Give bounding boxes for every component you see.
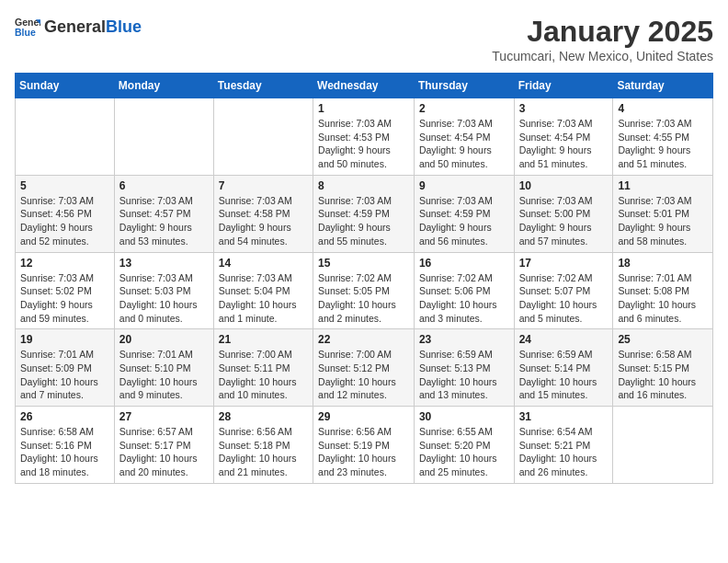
day-info: Sunrise: 7:03 AM Sunset: 4:57 PM Dayligh… [119, 194, 209, 248]
calendar-cell: 24Sunrise: 6:59 AM Sunset: 5:14 PM Dayli… [514, 329, 613, 407]
day-number: 17 [519, 257, 609, 270]
calendar-title: January 2025 [492, 15, 713, 49]
calendar-cell: 29Sunrise: 6:56 AM Sunset: 5:19 PM Dayli… [313, 407, 415, 484]
calendar-cell: 28Sunrise: 6:56 AM Sunset: 5:18 PM Dayli… [213, 407, 313, 484]
day-info: Sunrise: 6:55 AM Sunset: 5:20 PM Dayligh… [419, 425, 509, 479]
calendar-cell: 23Sunrise: 6:59 AM Sunset: 5:13 PM Dayli… [414, 329, 514, 407]
calendar-header-row: SundayMondayTuesdayWednesdayThursdayFrid… [16, 74, 713, 98]
day-number: 2 [419, 102, 509, 115]
logo-blue-text: Blue [106, 17, 142, 36]
day-info: Sunrise: 7:03 AM Sunset: 5:00 PM Dayligh… [519, 194, 609, 248]
day-number: 14 [219, 257, 308, 270]
calendar-cell: 3Sunrise: 7:03 AM Sunset: 4:54 PM Daylig… [514, 98, 613, 176]
day-info: Sunrise: 6:58 AM Sunset: 5:15 PM Dayligh… [618, 348, 708, 402]
day-number: 18 [618, 257, 708, 270]
calendar-cell: 31Sunrise: 6:54 AM Sunset: 5:21 PM Dayli… [514, 407, 613, 484]
day-info: Sunrise: 6:59 AM Sunset: 5:14 PM Dayligh… [519, 348, 609, 402]
day-info: Sunrise: 7:01 AM Sunset: 5:08 PM Dayligh… [618, 271, 708, 326]
day-number: 27 [119, 410, 209, 423]
day-number: 8 [318, 179, 409, 192]
calendar-week-4: 19Sunrise: 7:01 AM Sunset: 5:09 PM Dayli… [16, 329, 713, 407]
day-number: 19 [20, 333, 109, 346]
calendar-cell: 16Sunrise: 7:02 AM Sunset: 5:06 PM Dayli… [414, 252, 514, 329]
day-number: 6 [119, 179, 209, 192]
calendar-cell: 2Sunrise: 7:03 AM Sunset: 4:54 PM Daylig… [414, 98, 514, 176]
calendar-week-2: 5Sunrise: 7:03 AM Sunset: 4:56 PM Daylig… [16, 175, 713, 252]
calendar-week-3: 12Sunrise: 7:03 AM Sunset: 5:02 PM Dayli… [16, 252, 713, 329]
day-info: Sunrise: 7:00 AM Sunset: 5:12 PM Dayligh… [318, 348, 409, 402]
day-number: 3 [519, 102, 609, 115]
day-info: Sunrise: 7:03 AM Sunset: 4:56 PM Dayligh… [20, 194, 109, 248]
calendar-cell: 27Sunrise: 6:57 AM Sunset: 5:17 PM Dayli… [114, 407, 213, 484]
calendar-cell: 26Sunrise: 6:58 AM Sunset: 5:16 PM Dayli… [16, 407, 115, 484]
calendar-cell: 8Sunrise: 7:03 AM Sunset: 4:59 PM Daylig… [313, 175, 415, 252]
page-header: General Blue GeneralBlue January 2025 Tu… [15, 15, 713, 63]
day-number: 9 [419, 179, 509, 192]
calendar-table: SundayMondayTuesdayWednesdayThursdayFrid… [15, 73, 713, 484]
day-number: 11 [618, 179, 708, 192]
calendar-cell: 18Sunrise: 7:01 AM Sunset: 5:08 PM Dayli… [613, 252, 713, 329]
calendar-cell [213, 98, 313, 176]
svg-text:Blue: Blue [15, 27, 36, 38]
day-number: 7 [219, 179, 308, 192]
day-header-tuesday: Tuesday [213, 74, 313, 98]
day-number: 21 [219, 333, 308, 346]
day-info: Sunrise: 6:59 AM Sunset: 5:13 PM Dayligh… [419, 348, 509, 402]
day-header-wednesday: Wednesday [313, 74, 415, 98]
calendar-cell: 25Sunrise: 6:58 AM Sunset: 5:15 PM Dayli… [613, 329, 713, 407]
day-info: Sunrise: 6:57 AM Sunset: 5:17 PM Dayligh… [119, 425, 209, 479]
calendar-cell: 9Sunrise: 7:03 AM Sunset: 4:59 PM Daylig… [414, 175, 514, 252]
logo-icon: General Blue [15, 15, 40, 40]
day-number: 29 [318, 410, 409, 423]
title-block: January 2025 Tucumcari, New Mexico, Unit… [492, 15, 713, 63]
calendar-subtitle: Tucumcari, New Mexico, United States [492, 49, 713, 63]
day-info: Sunrise: 7:03 AM Sunset: 4:58 PM Dayligh… [219, 194, 308, 248]
calendar-cell: 11Sunrise: 7:03 AM Sunset: 5:01 PM Dayli… [613, 175, 713, 252]
calendar-cell: 20Sunrise: 7:01 AM Sunset: 5:10 PM Dayli… [114, 329, 213, 407]
day-header-saturday: Saturday [613, 74, 713, 98]
calendar-body: 1Sunrise: 7:03 AM Sunset: 4:53 PM Daylig… [16, 98, 713, 484]
calendar-cell [16, 98, 115, 176]
calendar-cell [114, 98, 213, 176]
day-info: Sunrise: 7:03 AM Sunset: 5:01 PM Dayligh… [618, 194, 708, 248]
day-number: 1 [318, 102, 409, 115]
day-info: Sunrise: 7:03 AM Sunset: 4:53 PM Dayligh… [318, 117, 409, 171]
day-info: Sunrise: 7:00 AM Sunset: 5:11 PM Dayligh… [219, 348, 308, 402]
logo-general-text: General [44, 17, 106, 36]
day-info: Sunrise: 7:01 AM Sunset: 5:09 PM Dayligh… [20, 348, 109, 402]
day-info: Sunrise: 7:03 AM Sunset: 5:03 PM Dayligh… [119, 271, 209, 326]
day-info: Sunrise: 7:02 AM Sunset: 5:06 PM Dayligh… [419, 271, 509, 326]
day-number: 12 [20, 257, 109, 270]
day-number: 31 [519, 410, 609, 423]
day-info: Sunrise: 6:58 AM Sunset: 5:16 PM Dayligh… [20, 425, 109, 479]
day-number: 26 [20, 410, 109, 423]
logo: General Blue GeneralBlue [15, 15, 142, 40]
day-header-friday: Friday [514, 74, 613, 98]
day-header-sunday: Sunday [16, 74, 115, 98]
calendar-cell: 6Sunrise: 7:03 AM Sunset: 4:57 PM Daylig… [114, 175, 213, 252]
day-info: Sunrise: 7:03 AM Sunset: 5:02 PM Dayligh… [20, 271, 109, 326]
day-number: 30 [419, 410, 509, 423]
calendar-cell: 14Sunrise: 7:03 AM Sunset: 5:04 PM Dayli… [213, 252, 313, 329]
day-info: Sunrise: 7:03 AM Sunset: 4:54 PM Dayligh… [519, 117, 609, 171]
day-number: 24 [519, 333, 609, 346]
day-info: Sunrise: 7:03 AM Sunset: 5:04 PM Dayligh… [219, 271, 308, 326]
day-info: Sunrise: 6:56 AM Sunset: 5:18 PM Dayligh… [219, 425, 308, 479]
calendar-cell [613, 407, 713, 484]
day-number: 15 [318, 257, 409, 270]
day-info: Sunrise: 7:03 AM Sunset: 4:54 PM Dayligh… [419, 117, 509, 171]
calendar-cell: 10Sunrise: 7:03 AM Sunset: 5:00 PM Dayli… [514, 175, 613, 252]
calendar-cell: 13Sunrise: 7:03 AM Sunset: 5:03 PM Dayli… [114, 252, 213, 329]
calendar-cell: 12Sunrise: 7:03 AM Sunset: 5:02 PM Dayli… [16, 252, 115, 329]
calendar-cell: 19Sunrise: 7:01 AM Sunset: 5:09 PM Dayli… [16, 329, 115, 407]
day-info: Sunrise: 7:01 AM Sunset: 5:10 PM Dayligh… [119, 348, 209, 402]
day-number: 5 [20, 179, 109, 192]
day-number: 4 [618, 102, 708, 115]
calendar-cell: 7Sunrise: 7:03 AM Sunset: 4:58 PM Daylig… [213, 175, 313, 252]
day-info: Sunrise: 7:03 AM Sunset: 4:55 PM Dayligh… [618, 117, 708, 171]
calendar-cell: 15Sunrise: 7:02 AM Sunset: 5:05 PM Dayli… [313, 252, 415, 329]
day-number: 20 [119, 333, 209, 346]
calendar-cell: 1Sunrise: 7:03 AM Sunset: 4:53 PM Daylig… [313, 98, 415, 176]
day-header-monday: Monday [114, 74, 213, 98]
calendar-week-5: 26Sunrise: 6:58 AM Sunset: 5:16 PM Dayli… [16, 407, 713, 484]
